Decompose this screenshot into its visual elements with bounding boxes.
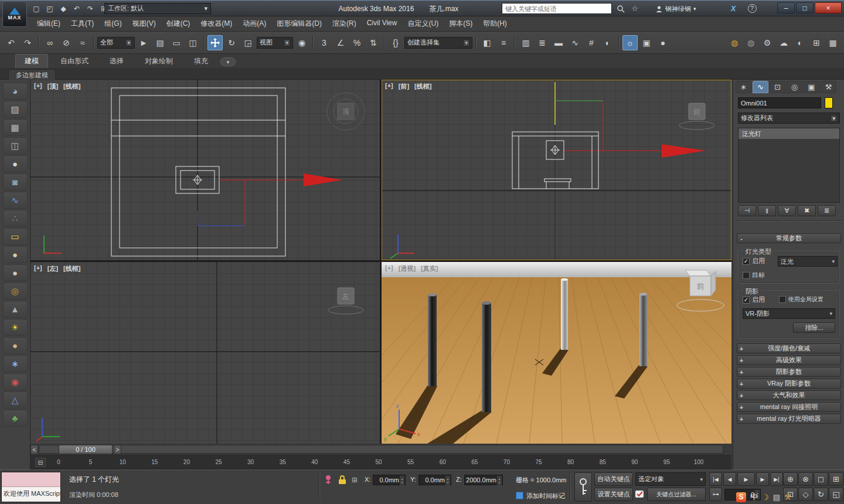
bind-to-space-warp-button[interactable]: ≈ bbox=[75, 35, 90, 50]
shadow-enable-checkbox[interactable]: ✓ bbox=[743, 297, 750, 304]
menu-Civil View[interactable]: Civil View bbox=[362, 16, 403, 31]
viewport-shading[interactable]: [线框] bbox=[414, 82, 431, 91]
save-file-icon[interactable]: ◆ bbox=[57, 3, 69, 15]
viewport-top[interactable]: 顶 [+] [顶] [线框] bbox=[30, 80, 380, 260]
viewcube[interactable]: 前 bbox=[679, 103, 714, 130]
use-global-checkbox[interactable] bbox=[779, 296, 786, 303]
grid-box-button[interactable]: ▦ bbox=[3, 119, 28, 136]
rollout-大气和效果[interactable]: +大气和效果 bbox=[737, 390, 841, 400]
select-and-link-button[interactable]: ∞ bbox=[42, 35, 57, 50]
geosphere-button[interactable]: ● bbox=[3, 337, 28, 354]
sphere-button[interactable]: ● bbox=[3, 264, 28, 281]
panel-tab-display[interactable]: ▣ bbox=[804, 81, 819, 93]
selection-lock-icon[interactable] bbox=[338, 475, 347, 486]
compound-spheres-button[interactable]: ◉ bbox=[3, 373, 28, 390]
previous-frame-arrow[interactable]: < bbox=[30, 445, 38, 454]
orbit-button[interactable]: ↻ bbox=[814, 488, 828, 501]
blob-button[interactable]: ● bbox=[3, 246, 28, 263]
search-input[interactable] bbox=[502, 3, 612, 14]
object-color-swatch[interactable] bbox=[825, 97, 833, 108]
exchange-icon[interactable]: X bbox=[727, 2, 740, 15]
add-time-tag[interactable]: 添加时间标记 bbox=[526, 492, 565, 500]
configure-modifier-sets-button[interactable]: ≣ bbox=[818, 205, 836, 216]
material-override-button[interactable]: ◐ bbox=[792, 35, 808, 50]
environment-cloud-button[interactable]: ☁ bbox=[776, 35, 791, 50]
viewport-menu-plus[interactable]: [+] bbox=[385, 82, 393, 91]
menu-组(G)[interactable]: 组(G) bbox=[99, 16, 127, 31]
key-mode-toggle-button[interactable]: ⊶ bbox=[709, 488, 722, 501]
undo-button[interactable]: ↶ bbox=[4, 35, 19, 50]
enable-checkbox[interactable]: ✓ bbox=[743, 258, 750, 265]
stack-item-泛光灯[interactable]: 泛光灯 bbox=[738, 128, 839, 139]
z-spinner[interactable]: ▴▾ bbox=[497, 476, 502, 485]
toggle-ribbon-button[interactable]: ▬ bbox=[551, 35, 566, 50]
toggle-layer-explorer-button[interactable]: ≣ bbox=[535, 35, 550, 50]
ime-chinese-mode-icon[interactable]: 中 bbox=[750, 492, 758, 502]
zoom-all-button[interactable]: ⊗ bbox=[798, 472, 813, 486]
zoom-extents-all-button[interactable]: ⊞ bbox=[829, 472, 843, 486]
viewport-name[interactable]: [前] bbox=[399, 82, 409, 91]
named-selection-sets-dropdown[interactable]: 创建选择集▾ bbox=[404, 37, 472, 49]
render-settings-extra-button[interactable]: ⚙ bbox=[760, 35, 775, 50]
menu-动画(A)[interactable]: 动画(A) bbox=[237, 16, 271, 31]
select-and-rotate-button[interactable]: ↻ bbox=[224, 35, 239, 50]
sign-in-star-icon[interactable]: ☆ bbox=[628, 2, 641, 15]
rollout-强度/颜色/衰减[interactable]: +强度/颜色/衰减 bbox=[737, 343, 841, 353]
menu-编辑(E)[interactable]: 编辑(E) bbox=[32, 16, 66, 31]
x-coordinate-field[interactable]: 0.0mm ▴▾ bbox=[373, 475, 406, 485]
viewport-perspective[interactable]: 前 z x y [+] [透视] [真实] bbox=[382, 262, 731, 444]
viewport-name[interactable]: [透视] bbox=[399, 264, 416, 273]
viewport-shading[interactable]: [线框] bbox=[63, 264, 80, 273]
viewport-name[interactable]: [左] bbox=[47, 264, 58, 273]
key-filter-dropdown[interactable]: 选定对象 ▾ bbox=[635, 472, 706, 486]
selection-filter-dropdown[interactable]: 全部▾ bbox=[97, 37, 135, 49]
menu-脚本(S)[interactable]: 脚本(S) bbox=[444, 16, 478, 31]
redo-icon[interactable]: ↷ bbox=[84, 3, 96, 15]
reference-coordinate-system-dropdown[interactable]: 视图▾ bbox=[257, 37, 293, 49]
x-spinner[interactable]: ▴▾ bbox=[400, 476, 404, 485]
set-key-button[interactable]: 设置关键点 bbox=[594, 488, 633, 501]
listener-line[interactable]: 欢迎使用 MAXScript bbox=[2, 487, 60, 502]
viewport-left[interactable]: 左 [+] [左] [线框] bbox=[30, 262, 380, 444]
ribbon-options-button[interactable]: ▾ bbox=[220, 57, 236, 66]
render-setup-button[interactable]: ☼ bbox=[622, 35, 638, 50]
key-filter-check-icon[interactable] bbox=[635, 489, 645, 500]
unlink-selection-button[interactable]: ⊘ bbox=[59, 35, 74, 50]
sogou-icon[interactable]: S bbox=[736, 492, 746, 502]
rollout-高级效果[interactable]: +高级效果 bbox=[737, 355, 841, 365]
ime-keyboard-icon[interactable]: ▤ bbox=[773, 493, 780, 502]
tube-button[interactable]: ◎ bbox=[3, 282, 28, 299]
close-button[interactable]: × bbox=[815, 2, 842, 13]
percent-snap-toggle-button[interactable]: % bbox=[349, 35, 365, 50]
shadow-type-dropdown[interactable]: VR-阴影 ▾ bbox=[743, 308, 835, 319]
z-coordinate-field[interactable]: 2000.0mm ▴▾ bbox=[464, 475, 503, 485]
rollout-mental ray 灯光明暗器[interactable]: +mental ray 灯光明暗器 bbox=[737, 414, 841, 424]
exclude-button[interactable]: 排除... bbox=[793, 322, 835, 333]
panel-tab-create[interactable]: ∗ bbox=[736, 81, 751, 93]
previous-frame-button[interactable]: ◀ bbox=[723, 472, 736, 486]
panel-tab-motion[interactable]: ◎ bbox=[787, 81, 802, 93]
menu-修改器(M)[interactable]: 修改器(M) bbox=[195, 16, 237, 31]
set-keys-button[interactable] bbox=[574, 472, 592, 502]
plane-button[interactable]: ▭ bbox=[3, 228, 28, 245]
maxscript-mini-listener[interactable]: 欢迎使用 MAXScript bbox=[1, 472, 61, 502]
omni-light-button[interactable]: ☀ bbox=[3, 319, 28, 336]
target-checkbox[interactable] bbox=[743, 272, 750, 279]
undo-icon[interactable]: ↶ bbox=[71, 3, 83, 15]
rollout-mental ray 间接照明[interactable]: +mental ray 间接照明 bbox=[737, 402, 841, 412]
viewport-menu-plus[interactable]: [+] bbox=[34, 264, 42, 273]
workspace-selector[interactable]: 工作区: 默认 ▾ bbox=[104, 3, 211, 14]
light-type-dropdown[interactable]: 泛光 ▾ bbox=[778, 256, 838, 267]
object-name-field[interactable] bbox=[738, 97, 821, 108]
open-file-icon[interactable]: ◰ bbox=[44, 3, 56, 15]
render-teapot-button[interactable]: ◍ bbox=[727, 35, 742, 50]
ime-toolbox-icon[interactable]: ⚒ bbox=[784, 493, 791, 502]
window-crossing-toggle-button[interactable]: ◫ bbox=[185, 35, 200, 50]
ribbon-subtab-polygon-modeling[interactable]: 多边形建模 bbox=[8, 69, 56, 81]
bitmap-button[interactable]: ▨ bbox=[3, 101, 28, 118]
panel-tab-hierarchy[interactable]: ⊡ bbox=[770, 81, 785, 93]
play-animation-button[interactable]: ▶ bbox=[737, 472, 755, 486]
render-production-button[interactable]: ● bbox=[655, 35, 671, 50]
foliage-button[interactable]: ♣ bbox=[3, 410, 28, 427]
align-button[interactable]: ≡ bbox=[496, 35, 511, 50]
